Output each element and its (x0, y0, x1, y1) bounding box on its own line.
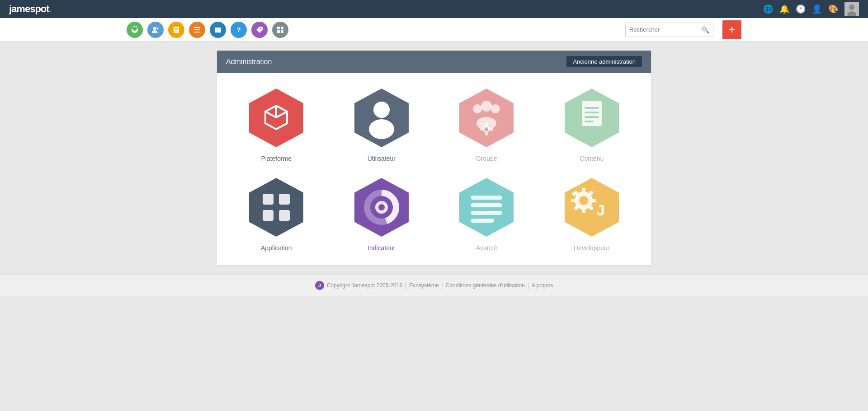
svg-rect-36 (485, 132, 488, 135)
svg-rect-65 (582, 188, 585, 192)
clock-icon[interactable]: 🕐 (796, 4, 806, 14)
top-bar-icons: 🌐 🔔 🕐 👤 🎨 (763, 2, 859, 16)
svg-rect-46 (585, 116, 599, 118)
svg-rect-51 (263, 210, 274, 221)
tile-developpeur[interactable]: J Developpeur (542, 176, 642, 252)
add-button[interactable]: + (722, 20, 741, 39)
tile-developpeur-label: Developpeur (574, 244, 609, 252)
svg-point-30 (473, 104, 482, 113)
svg-marker-21 (249, 89, 303, 147)
svg-point-16 (260, 28, 262, 29)
svg-point-28 (369, 119, 394, 139)
admin-panel: Administration Ancienne administration (217, 51, 651, 265)
svg-rect-66 (582, 209, 585, 213)
footer-link-ecosystem[interactable]: Ecosystème (409, 282, 439, 289)
search-box: 🔍 (625, 23, 713, 37)
nav-btn-question[interactable]: ? (231, 22, 247, 38)
svg-rect-52 (279, 210, 290, 221)
tile-utilisateur[interactable]: Utilisateur (331, 86, 432, 162)
svg-rect-11 (194, 32, 200, 33)
bell-icon[interactable]: 🔔 (779, 4, 789, 14)
main-content: Administration Ancienne administration (0, 42, 868, 274)
footer-logo: J (315, 281, 324, 290)
nav-btn-stack[interactable] (210, 22, 226, 38)
nav-btn-refresh[interactable] (127, 22, 143, 38)
svg-rect-18 (281, 27, 283, 29)
user-icon[interactable]: 👤 (812, 4, 822, 14)
nav-btn-tag[interactable] (251, 22, 268, 38)
top-bar: jamespot. 🌐 🔔 🕐 👤 🎨 (0, 0, 868, 18)
avatar[interactable] (844, 2, 859, 16)
tile-application-label: Application (261, 244, 292, 252)
svg-rect-14 (215, 31, 221, 33)
nav-bar: ? 🔍 + (0, 18, 868, 42)
svg-point-74 (579, 196, 588, 205)
svg-marker-48 (249, 178, 303, 237)
svg-point-27 (373, 102, 390, 118)
footer-link-about[interactable]: A propos (532, 282, 553, 289)
tile-indicateur-label: Indicateur (368, 244, 395, 252)
svg-rect-60 (471, 203, 502, 207)
svg-rect-68 (592, 199, 596, 202)
logo: jamespot. (9, 3, 52, 15)
svg-point-32 (491, 104, 500, 113)
svg-rect-37 (480, 128, 483, 131)
svg-rect-19 (277, 30, 280, 33)
svg-rect-61 (471, 211, 502, 215)
svg-point-4 (156, 27, 159, 29)
svg-rect-10 (194, 29, 200, 30)
admin-title: Administration (226, 58, 272, 66)
svg-point-57 (378, 204, 385, 210)
svg-rect-62 (471, 219, 494, 223)
palette-icon[interactable]: 🎨 (828, 4, 838, 14)
nav-btn-grid[interactable] (272, 22, 288, 38)
svg-point-3 (153, 27, 156, 30)
svg-rect-9 (194, 27, 200, 28)
admin-grid: Plateforme Utilisateur (217, 73, 651, 265)
tile-plateforme-label: Plateforme (261, 155, 292, 162)
nav-btn-book[interactable] (168, 22, 184, 38)
svg-rect-67 (571, 199, 576, 202)
hex-application (240, 176, 312, 239)
hex-groupe (450, 86, 523, 149)
svg-rect-59 (471, 196, 502, 200)
hex-developpeur: J (556, 176, 628, 239)
tile-contenu-label: Contenu (580, 155, 604, 162)
footer-link-cgu[interactable]: Conditions générales d'utilisation (446, 282, 525, 289)
tile-contenu[interactable]: Contenu (542, 86, 642, 162)
tile-indicateur[interactable]: Indicateur (331, 176, 432, 252)
svg-rect-17 (277, 27, 280, 29)
svg-point-31 (481, 101, 492, 112)
svg-text:J: J (596, 201, 605, 219)
hex-utilisateur (345, 86, 418, 149)
tile-plateforme[interactable]: Plateforme (226, 86, 327, 162)
svg-rect-50 (279, 194, 290, 205)
svg-rect-49 (263, 194, 274, 205)
admin-header: Administration Ancienne administration (217, 51, 651, 73)
nav-btn-users[interactable] (147, 22, 164, 38)
hex-indicateur (345, 176, 418, 239)
svg-rect-12 (215, 28, 221, 29)
old-admin-button[interactable]: Ancienne administration (566, 56, 642, 67)
tile-avance[interactable]: Avancé (436, 176, 537, 252)
tile-groupe[interactable]: Groupe (436, 86, 537, 162)
nav-btn-list[interactable] (189, 22, 205, 38)
svg-rect-20 (281, 30, 283, 33)
tile-application[interactable]: Application (226, 176, 327, 252)
globe-icon[interactable]: 🌐 (763, 4, 773, 14)
tile-avance-label: Avancé (476, 244, 497, 252)
svg-rect-44 (585, 107, 599, 109)
hex-plateforme (240, 86, 312, 149)
svg-text:?: ? (237, 26, 241, 33)
svg-rect-47 (585, 121, 594, 122)
search-icon: 🔍 (702, 26, 709, 33)
tile-groupe-label: Groupe (476, 155, 497, 162)
svg-point-1 (849, 5, 854, 10)
footer-copyright: Copyright Jamespot 2005-2016 (327, 282, 402, 289)
hex-avance (450, 176, 523, 239)
search-input[interactable] (629, 26, 702, 33)
tile-utilisateur-label: Utilisateur (368, 155, 396, 162)
svg-rect-13 (215, 29, 221, 31)
svg-rect-45 (585, 112, 599, 113)
footer: J Copyright Jamespot 2005-2016 | Ecosyst… (0, 274, 868, 296)
